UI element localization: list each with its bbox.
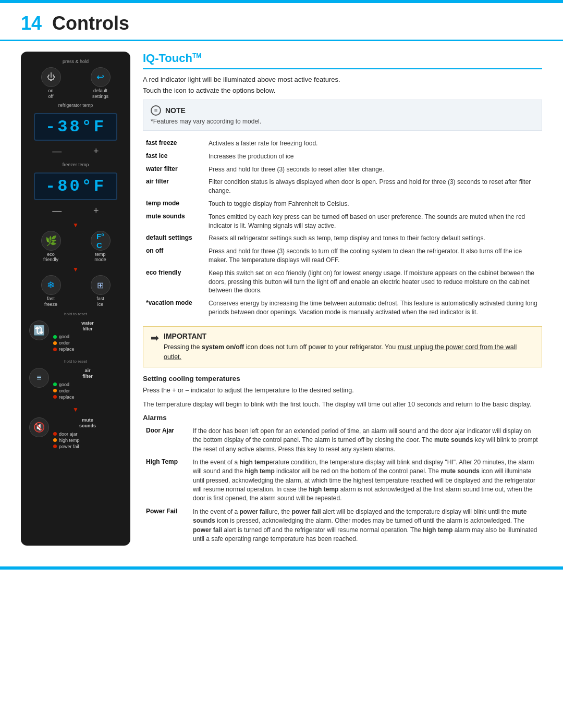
press-hold-label: press & hold [63, 59, 89, 64]
return-icon[interactable]: ↩ [91, 67, 111, 87]
alarms-heading: Alarms [143, 414, 542, 422]
refrigerator-temp-display: -38°F [34, 113, 117, 141]
important-text: Pressing the system on/off icon does not… [164, 342, 534, 362]
air-filter-icon[interactable]: ≡ [29, 368, 49, 388]
air-filter-order: order [53, 388, 122, 393]
important-header: IMPORTANT [164, 332, 534, 340]
mute-sounds-section: 🔇 mutesounds door ajar high temp [26, 415, 125, 451]
leaf-icon[interactable]: 🌿 [41, 231, 61, 251]
feature-name: fast ice [143, 150, 205, 163]
power-icon[interactable]: ⏻ [41, 67, 61, 87]
feature-name: eco friendly [143, 267, 205, 297]
note-header: ≡ NOTE [151, 105, 534, 116]
feature-desc: Activates a faster rate for freezing foo… [205, 137, 542, 150]
page-title: 14 Controls [21, 13, 542, 34]
feature-row: air filterFilter condition status is alw… [143, 176, 542, 198]
temp-mode-label: tempmode [94, 252, 106, 263]
bottom-accent-bar [0, 566, 563, 570]
air-filter-replace: replace [53, 394, 122, 400]
feature-desc: Conserves energy by increasing the time … [205, 297, 542, 319]
feature-desc: Press and hold for three (3) seconds to … [205, 163, 542, 176]
note-box: ≡ NOTE *Features may vary according to m… [143, 100, 542, 131]
fast-ice-label: fastice [96, 296, 104, 307]
refrigerator-minus-button[interactable]: — [52, 146, 62, 157]
page-number: 14 [21, 13, 42, 34]
water-filter-icon[interactable]: 🔃 [29, 320, 49, 340]
note-label: NOTE [165, 106, 186, 115]
air-good-dot [53, 382, 57, 386]
alarm-name: Power Fail [143, 505, 190, 546]
arrow-indicator-1: ▼ [26, 221, 125, 229]
water-filter-order: order [53, 340, 122, 346]
main-content: press & hold ⏻ onoff ↩ defaultsettings r… [0, 41, 563, 556]
page-header: 14 Controls [0, 3, 563, 41]
freezer-temp-value: -80°F [40, 177, 111, 196]
on-off-button[interactable]: ⏻ onoff [41, 67, 61, 100]
feature-row: temp modeTouch to toggle display from Fa… [143, 198, 542, 211]
fast-ice-button[interactable]: ⊞ fastice [91, 275, 111, 307]
feature-name: on off [143, 245, 205, 267]
alarm-desc: In the event of a power failure, the pow… [190, 505, 542, 546]
trademark: TM [192, 52, 201, 59]
note-icon: ≡ [151, 105, 161, 116]
eco-temp-row: 🌿 ecofriendly F°C tempmode [26, 231, 125, 263]
feature-desc: Press and hold for three (3) seconds to … [205, 245, 542, 267]
default-settings-button[interactable]: ↩ defaultsettings [91, 67, 111, 100]
feature-row: *vacation modeConserves energy by increa… [143, 297, 542, 319]
freezer-temp-label: freezer temp [63, 162, 89, 167]
temp-mode-icon[interactable]: F°C [91, 231, 111, 251]
refrigerator-temp-controls: — + [26, 146, 125, 157]
freezer-minus-button[interactable]: — [52, 205, 62, 216]
water-filter-section: 🔃 waterfilter good order [26, 318, 125, 356]
fast-row: ❄ fastfreeze ⊞ fastice [26, 275, 125, 307]
refrigerator-temp-label: refrigerator temp [58, 103, 93, 108]
alarm-name: Door Ajar [143, 425, 190, 456]
feature-desc: Keep this switch set on eco friendly (li… [205, 267, 542, 297]
temp-mode-button[interactable]: F°C tempmode [91, 231, 111, 263]
fast-freeze-button[interactable]: ❄ fastfreeze [41, 275, 61, 307]
snowflake-icon[interactable]: ❄ [41, 275, 61, 295]
feature-name: air filter [143, 176, 205, 198]
cooling-text-1: Press the + or – indicator to adjust the… [143, 386, 542, 396]
on-off-default-row: ⏻ onoff ↩ defaultsettings [26, 67, 125, 100]
air-order-dot [53, 389, 57, 392]
arrow-indicator-3: ▼ [26, 406, 125, 413]
good-dot [53, 335, 57, 339]
iq-touch-heading: IQ-TouchTM [143, 52, 542, 69]
right-content: IQ-TouchTM A red indicator light will be… [143, 52, 542, 546]
feature-name: fast freeze [143, 137, 205, 150]
refrigerator-plus-button[interactable]: + [93, 146, 99, 157]
freezer-plus-button[interactable]: + [93, 205, 99, 216]
refrigerator-temp-value: -38°F [40, 117, 111, 137]
power-fail-dot [53, 445, 57, 448]
intro-text-1: A red indicator light will be illuminate… [143, 76, 542, 83]
eco-friendly-button[interactable]: 🌿 ecofriendly [41, 231, 61, 263]
replace-dot [53, 348, 57, 351]
mute-sounds-row: 🔇 mutesounds door ajar high temp [29, 417, 122, 449]
feature-name: mute sounds [143, 211, 205, 232]
alarm-row: Power FailIn the event of a power failur… [143, 505, 542, 546]
feature-row: water filterPress and hold for three (3)… [143, 163, 542, 176]
alarm-desc: If the door has been left open for an ex… [190, 425, 542, 456]
important-box: ➡ IMPORTANT Pressing the system on/off i… [143, 326, 542, 368]
water-filter-replace: replace [53, 347, 122, 352]
eco-friendly-label: ecofriendly [43, 252, 58, 263]
cooling-heading: Setting cooling temperatures [143, 375, 542, 382]
feature-row: mute soundsTones emitted by each key pre… [143, 211, 542, 232]
feature-name: temp mode [143, 198, 205, 211]
control-panel: press & hold ⏻ onoff ↩ defaultsettings r… [21, 52, 130, 546]
freezer-temp-controls: — + [26, 205, 125, 216]
on-off-label: onoff [48, 88, 53, 100]
air-filter-section: ≡ airfilter good order [26, 366, 125, 404]
feature-row: eco friendlyKeep this switch set on eco … [143, 267, 542, 297]
ice-grid-icon[interactable]: ⊞ [91, 275, 111, 295]
feature-table: fast freezeActivates a faster rate for f… [143, 137, 542, 319]
alarm-table: Door AjarIf the door has been left open … [143, 425, 542, 546]
order-dot [53, 341, 57, 345]
default-settings-label: defaultsettings [92, 88, 108, 100]
mute-sounds-icon[interactable]: 🔇 [29, 417, 49, 437]
feature-row: fast iceIncreases the production of ice [143, 150, 542, 163]
freezer-temp-display: -80°F [34, 172, 117, 200]
feature-desc: Touch to toggle display from Fahrenheit … [205, 198, 542, 211]
alarm-row: Door AjarIf the door has been left open … [143, 425, 542, 456]
